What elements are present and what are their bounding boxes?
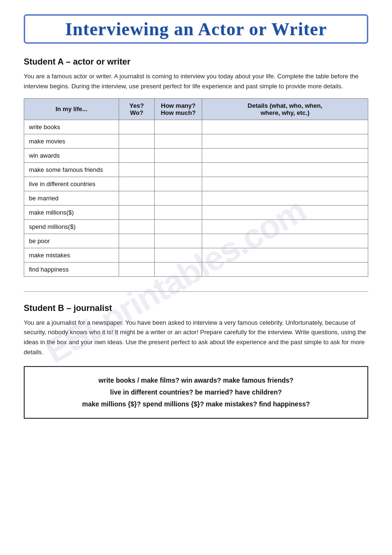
howmany-cell — [155, 205, 202, 219]
table-row: make mistakes — [24, 248, 368, 262]
yesno-cell — [119, 177, 155, 191]
header-howmany: How many? How much? — [155, 98, 202, 120]
activity-cell: make movies — [24, 134, 119, 148]
table-row: write books — [24, 120, 368, 134]
student-b-heading: Student B – journalist — [24, 303, 368, 313]
table-row: be poor — [24, 234, 368, 248]
details-cell — [202, 162, 368, 177]
details-cell — [202, 134, 368, 148]
howmany-cell — [155, 191, 202, 205]
table-row: spend millions($) — [24, 219, 368, 234]
student-a-heading: Student A – actor or writer — [24, 57, 368, 67]
table-row: find happiness — [24, 262, 368, 276]
activity-cell: be poor — [24, 234, 119, 248]
howmany-cell — [155, 120, 202, 134]
yesno-cell — [119, 148, 155, 162]
activity-cell: be married — [24, 191, 119, 205]
activity-cell: find happiness — [24, 262, 119, 276]
header-yesno: Yes? Wo? — [119, 98, 155, 120]
ideas-box: write books / make films? win awards? ma… — [24, 366, 368, 419]
yesno-cell — [119, 120, 155, 134]
howmany-cell — [155, 248, 202, 262]
activity-cell: win awards — [24, 148, 119, 162]
activity-cell: make some famous friends — [24, 162, 119, 177]
details-cell — [202, 234, 368, 248]
activity-cell: make millions($) — [24, 205, 119, 219]
yesno-cell — [119, 191, 155, 205]
yesno-cell — [119, 205, 155, 219]
table-row: make movies — [24, 134, 368, 148]
activity-cell: make mistakes — [24, 248, 119, 262]
howmany-cell — [155, 177, 202, 191]
table-row: make some famous friends — [24, 162, 368, 177]
howmany-cell — [155, 162, 202, 177]
howmany-cell — [155, 219, 202, 234]
student-b-section: Student B – journalist You are a journal… — [24, 303, 368, 419]
header-activity: In my life... — [24, 98, 119, 120]
activity-cell: spend millions($) — [24, 219, 119, 234]
ideas-line3: make millions {$}? spend millions {$}? m… — [34, 398, 358, 410]
page-title: Interviewing an Actor or Writer — [24, 14, 368, 44]
yesno-cell — [119, 134, 155, 148]
details-cell — [202, 219, 368, 234]
yesno-cell — [119, 234, 155, 248]
details-cell — [202, 205, 368, 219]
student-a-description: You are a famous actor or writer. A jour… — [24, 72, 368, 92]
table-row: make millions($) — [24, 205, 368, 219]
table-row: live in different countries — [24, 177, 368, 191]
yesno-cell — [119, 262, 155, 276]
student-a-section: Student A – actor or writer You are a fa… — [24, 57, 368, 277]
howmany-cell — [155, 234, 202, 248]
activity-cell: write books — [24, 120, 119, 134]
details-cell — [202, 248, 368, 262]
details-cell — [202, 177, 368, 191]
table-row: win awards — [24, 148, 368, 162]
activity-table: In my life... Yes? Wo? How many? How muc… — [24, 98, 368, 277]
yesno-cell — [119, 162, 155, 177]
details-cell — [202, 191, 368, 205]
details-cell — [202, 148, 368, 162]
student-b-description: You are a journalist for a newspaper. Yo… — [24, 318, 368, 357]
yesno-cell — [119, 248, 155, 262]
details-cell — [202, 120, 368, 134]
howmany-cell — [155, 134, 202, 148]
yesno-cell — [119, 219, 155, 234]
ideas-line1: write books / make films? win awards? ma… — [34, 375, 358, 386]
activity-cell: live in different countries — [24, 177, 119, 191]
details-cell — [202, 262, 368, 276]
howmany-cell — [155, 262, 202, 276]
howmany-cell — [155, 148, 202, 162]
ideas-line2: live in different countries? be married?… — [34, 386, 358, 398]
header-details: Details (what, who, when, where, why, et… — [202, 98, 368, 120]
section-divider — [24, 291, 368, 292]
table-row: be married — [24, 191, 368, 205]
